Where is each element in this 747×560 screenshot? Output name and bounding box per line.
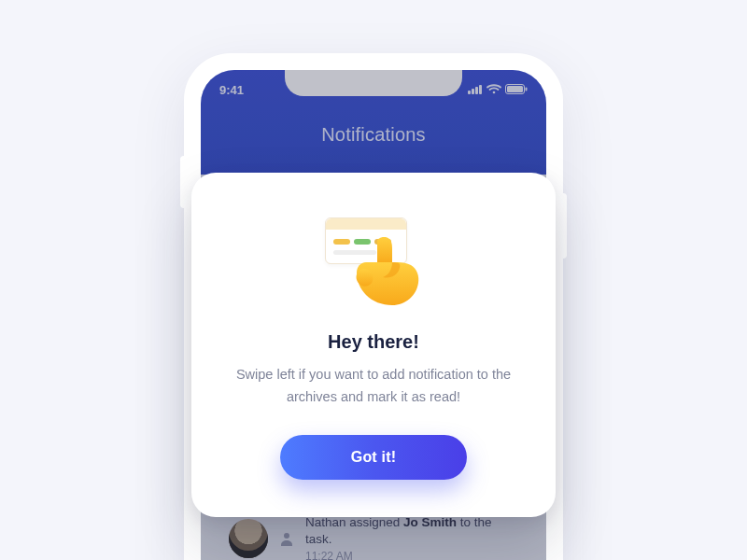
onboarding-modal: Hey there! Swipe left if you want to add… (191, 173, 556, 517)
phone-side-button-left (180, 156, 184, 208)
swipe-illustration (308, 210, 439, 313)
modal-body: Swipe left if you want to add notificati… (233, 364, 514, 409)
got-it-button[interactable]: Got it! (280, 435, 467, 480)
modal-title: Hey there! (225, 331, 522, 353)
phone-side-button-right (563, 193, 567, 259)
pointing-hand-icon (349, 234, 431, 309)
